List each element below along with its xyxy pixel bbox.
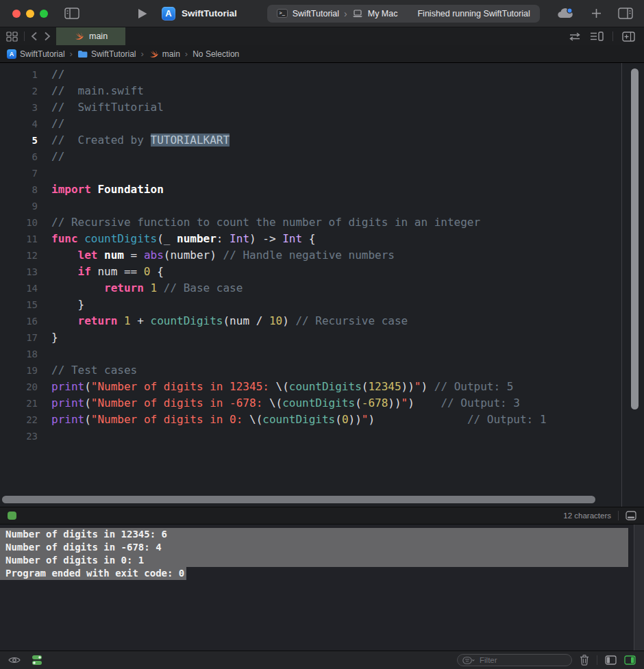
minimap-toggle-button[interactable]	[590, 31, 604, 41]
line-number[interactable]: 11	[0, 231, 38, 247]
breakpoints-toggle-button[interactable]	[32, 655, 43, 666]
line-number[interactable]: 1	[0, 66, 38, 83]
grid-icon	[6, 31, 18, 42]
window-title: SwiftTutorial	[182, 8, 237, 18]
inspector-sidebar-toggle-button[interactable]	[618, 8, 633, 19]
line-number[interactable]: 22	[0, 412, 38, 428]
tab-overview-button[interactable]	[6, 31, 18, 42]
code-text[interactable]: //	[51, 66, 64, 83]
filter-input[interactable]	[478, 655, 567, 665]
horizontal-scrollbar[interactable]	[2, 496, 595, 503]
quick-look-button[interactable]	[8, 656, 21, 664]
line-number[interactable]: 19	[0, 362, 38, 379]
line-number[interactable]: 7	[0, 165, 38, 181]
code-text[interactable]: // main.swift	[51, 83, 144, 99]
console-view-toggle-button[interactable]	[624, 655, 636, 665]
zoom-window-button[interactable]	[40, 10, 48, 18]
code-text[interactable]: return 1 + countDigits(num / 10) // Recu…	[51, 313, 408, 329]
line-number[interactable]: 21	[0, 395, 38, 412]
line-number[interactable]: 14	[0, 280, 38, 296]
cloud-status-button[interactable]	[556, 8, 574, 20]
scheme-selector[interactable]: >_ SwiftTutorial › My Mac Finished runni…	[267, 5, 540, 23]
debug-console[interactable]: Number of digits in 12345: 6Number of di…	[0, 525, 644, 651]
code-line: 14 return 1 // Base case	[0, 280, 644, 296]
code-text[interactable]: //	[51, 116, 64, 132]
run-success-indicator-icon[interactable]	[8, 512, 16, 520]
close-window-button[interactable]	[12, 10, 21, 18]
code-text[interactable]: return 1 // Base case	[51, 280, 243, 296]
variables-view-toggle-button[interactable]	[605, 655, 617, 665]
add-editor-icon	[622, 31, 635, 42]
code-text[interactable]: print("Number of digits in 12345: \(coun…	[51, 379, 513, 395]
line-number[interactable]: 10	[0, 214, 38, 231]
eye-icon	[8, 656, 21, 664]
line-number[interactable]: 17	[0, 329, 38, 346]
line-number[interactable]: 16	[0, 313, 38, 329]
code-text[interactable]: // Created by TUTORIALKART	[51, 132, 230, 149]
line-number[interactable]: 2	[0, 83, 38, 99]
swap-editor-button[interactable]	[569, 32, 581, 41]
run-destination[interactable]: My Mac	[368, 9, 398, 18]
console-line[interactable]: Program ended with exit code: 0	[0, 567, 644, 580]
console-line[interactable]: Number of digits in -678: 4	[0, 541, 628, 554]
code-text[interactable]: //	[51, 149, 64, 165]
code-text[interactable]: }	[51, 296, 84, 313]
line-number[interactable]: 3	[0, 99, 38, 116]
line-number[interactable]: 18	[0, 346, 38, 362]
code-line: 6//	[0, 149, 644, 165]
line-number[interactable]: 12	[0, 247, 38, 264]
tab-label: main	[89, 31, 108, 41]
play-icon	[137, 8, 148, 20]
line-number[interactable]: 6	[0, 149, 38, 165]
code-line: 9	[0, 198, 644, 214]
console-scrollbar-track[interactable]	[634, 525, 644, 651]
code-text[interactable]: // Recursive function to count the numbe…	[51, 214, 480, 231]
breadcrumb-folder-label: SwiftTutorial	[91, 49, 136, 59]
console-line[interactable]: Number of digits in 12345: 6	[0, 528, 628, 541]
minimize-window-button[interactable]	[26, 10, 34, 18]
line-number[interactable]: 4	[0, 116, 38, 132]
source-editor[interactable]: 1//2// main.swift3// SwiftTutorial4//5//…	[0, 63, 644, 507]
code-text[interactable]: print("Number of digits in -678: \(count…	[51, 395, 520, 412]
code-text[interactable]: // Test cases	[51, 362, 137, 379]
line-number[interactable]: 23	[0, 428, 38, 444]
breadcrumb-project[interactable]: A SwiftTutorial	[7, 49, 65, 59]
line-number[interactable]: 15	[0, 296, 38, 313]
window-toolbar: A SwiftTutorial >_ SwiftTutorial › My Ma…	[0, 0, 644, 27]
code-line: 20print("Number of digits in 12345: \(co…	[0, 379, 644, 395]
console-filter-field[interactable]	[457, 654, 572, 666]
tab-main[interactable]: main	[56, 27, 125, 45]
line-number[interactable]: 20	[0, 379, 38, 395]
debug-bar: 12 characters	[0, 507, 644, 525]
code-text[interactable]: let num = abs(number) // Handle negative…	[51, 247, 395, 264]
code-text[interactable]: print("Number of digits in 0: \(countDig…	[51, 412, 547, 428]
console-pane-toggle-button[interactable]	[626, 511, 636, 520]
console-line[interactable]: Number of digits in 0: 1	[0, 554, 628, 567]
code-text[interactable]: }	[51, 329, 58, 346]
line-number[interactable]: 5	[0, 132, 38, 149]
code-text[interactable]: import Foundation	[51, 181, 164, 198]
split-editor-button[interactable]	[622, 31, 635, 42]
go-back-button[interactable]	[31, 31, 38, 41]
breadcrumb-selection[interactable]: No Selection	[193, 49, 239, 59]
breadcrumb-file[interactable]: main	[149, 49, 180, 59]
navigator-sidebar-toggle-button[interactable]	[64, 8, 79, 19]
breadcrumb-folder[interactable]: SwiftTutorial	[77, 49, 136, 59]
line-number[interactable]: 8	[0, 181, 38, 198]
scheme-name[interactable]: SwiftTutorial	[293, 9, 339, 18]
new-tab-button[interactable]	[591, 8, 602, 18]
console-output: Number of digits in 12345: 6Number of di…	[0, 528, 644, 580]
code-line: 19// Test cases	[0, 362, 644, 379]
filter-icon	[462, 657, 475, 664]
code-text[interactable]: func countDigits(_ number: Int) -> Int {	[51, 231, 315, 247]
go-forward-button[interactable]	[44, 31, 51, 41]
code-text[interactable]: // SwiftTutorial	[51, 99, 164, 116]
vertical-scrollbar[interactable]	[631, 68, 639, 409]
run-button[interactable]	[137, 8, 148, 20]
clear-console-button[interactable]	[580, 655, 589, 666]
code-line: 10// Recursive function to count the num…	[0, 214, 644, 231]
line-number[interactable]: 9	[0, 198, 38, 214]
code-text[interactable]: if num == 0 {	[51, 264, 164, 280]
chevron-left-icon	[31, 31, 38, 41]
line-number[interactable]: 13	[0, 264, 38, 280]
